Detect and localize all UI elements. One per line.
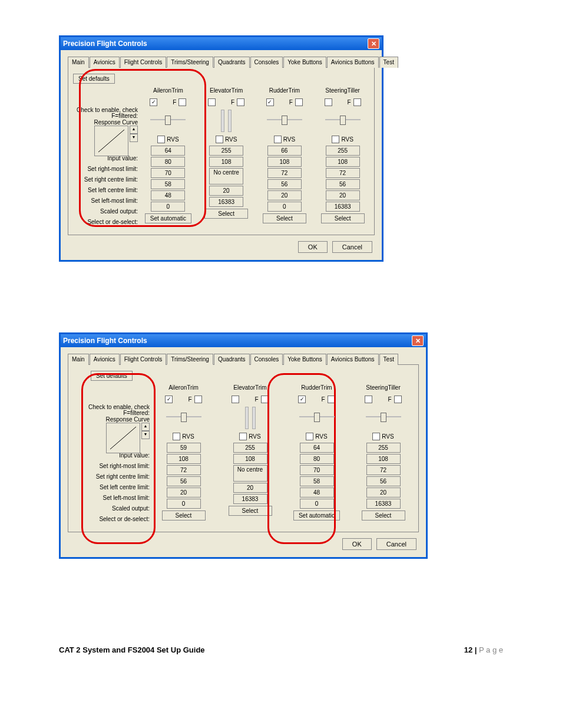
- slider[interactable]: [147, 110, 189, 131]
- rvs-checkbox[interactable]: [306, 433, 313, 440]
- enable-checkbox[interactable]: ✓: [165, 396, 173, 403]
- right-most-limit[interactable]: 108: [267, 157, 302, 167]
- tab-test[interactable]: Test: [379, 57, 398, 68]
- enable-checkbox[interactable]: [365, 396, 372, 403]
- select-button[interactable]: Set automatic: [293, 510, 340, 521]
- filter-checkbox[interactable]: [394, 396, 402, 403]
- tab-quadrants[interactable]: Quadrants: [214, 354, 250, 365]
- right-centre-limit[interactable]: 70: [151, 168, 185, 178]
- set-defaults-button[interactable]: Set defaults: [91, 371, 133, 381]
- select-button[interactable]: Select: [204, 209, 248, 219]
- left-most-limit[interactable]: 20: [233, 483, 267, 493]
- enable-checkbox[interactable]: [325, 98, 332, 106]
- tab-avionics[interactable]: Avionics: [90, 354, 120, 365]
- left-most-limit[interactable]: 20: [167, 487, 201, 498]
- vertical-slider[interactable]: [216, 110, 237, 131]
- left-centre-limit[interactable]: 56: [326, 179, 360, 189]
- filter-checkbox[interactable]: [178, 98, 186, 106]
- select-button[interactable]: Select: [263, 213, 306, 223]
- tab-yoke-buttons[interactable]: Yoke Buttons: [283, 57, 326, 68]
- left-most-limit[interactable]: 20: [209, 186, 243, 196]
- rvs-checkbox[interactable]: [173, 433, 180, 440]
- cancel-button[interactable]: Cancel: [376, 538, 416, 550]
- input-value[interactable]: 64: [151, 146, 185, 156]
- tab-flight-controls[interactable]: Flight Controls: [120, 57, 166, 68]
- left-centre-limit[interactable]: 56: [267, 179, 302, 189]
- input-value[interactable]: 255: [209, 146, 243, 156]
- select-button[interactable]: Select: [229, 506, 272, 516]
- left-centre-limit[interactable]: 56: [366, 476, 401, 486]
- no-centre[interactable]: No centre: [233, 465, 267, 482]
- no-centre[interactable]: No centre: [209, 168, 243, 185]
- set-defaults-button[interactable]: Set defaults: [73, 74, 115, 84]
- right-centre-limit[interactable]: 72: [366, 465, 401, 475]
- filter-checkbox[interactable]: [295, 98, 303, 106]
- select-button[interactable]: Set automatic: [145, 213, 191, 223]
- tab-avionics-buttons[interactable]: Avionics Buttons: [327, 57, 379, 68]
- left-most-limit[interactable]: 20: [267, 190, 302, 200]
- filter-checkbox[interactable]: [194, 396, 202, 403]
- rvs-checkbox[interactable]: [372, 433, 380, 440]
- rvs-checkbox[interactable]: [157, 136, 165, 143]
- tab-test[interactable]: Test: [379, 354, 398, 365]
- select-button[interactable]: Select: [321, 213, 365, 223]
- left-centre-limit[interactable]: 56: [167, 476, 201, 486]
- slider[interactable]: [163, 407, 204, 428]
- tab-avionics-buttons[interactable]: Avionics Buttons: [327, 354, 379, 365]
- filter-checkbox[interactable]: [237, 98, 244, 106]
- enable-checkbox[interactable]: [232, 396, 239, 403]
- rvs-checkbox[interactable]: [216, 136, 223, 143]
- right-most-limit[interactable]: 108: [209, 157, 243, 167]
- filter-checkbox[interactable]: [261, 396, 269, 403]
- tab-main[interactable]: Main: [68, 57, 89, 68]
- close-icon[interactable]: ✕: [412, 335, 424, 346]
- tab-avionics[interactable]: Avionics: [90, 57, 120, 68]
- left-most-limit[interactable]: 48: [300, 487, 334, 498]
- slider[interactable]: [264, 110, 305, 131]
- input-value[interactable]: 255: [233, 443, 267, 453]
- enable-checkbox[interactable]: ✓: [266, 98, 274, 106]
- ok-button[interactable]: OK: [298, 241, 328, 253]
- rvs-checkbox[interactable]: [274, 136, 282, 143]
- right-most-limit[interactable]: 80: [300, 454, 334, 464]
- input-value[interactable]: 255: [326, 146, 360, 156]
- select-button[interactable]: Select: [162, 510, 206, 521]
- input-value[interactable]: 66: [267, 146, 302, 156]
- left-most-limit[interactable]: 20: [366, 487, 401, 498]
- curve-spinner[interactable]: ▲▼: [141, 423, 150, 439]
- left-centre-limit[interactable]: 58: [300, 476, 334, 486]
- enable-checkbox[interactable]: ✓: [150, 98, 157, 106]
- rvs-checkbox[interactable]: [239, 433, 247, 440]
- left-most-limit[interactable]: 48: [151, 190, 185, 200]
- tab-yoke-buttons[interactable]: Yoke Buttons: [283, 354, 326, 365]
- right-most-limit[interactable]: 108: [366, 454, 401, 464]
- right-centre-limit[interactable]: 72: [167, 465, 201, 475]
- right-most-limit[interactable]: 108: [326, 157, 360, 167]
- enable-checkbox[interactable]: ✓: [298, 396, 306, 403]
- cancel-button[interactable]: Cancel: [332, 241, 372, 253]
- close-icon[interactable]: ✕: [368, 38, 379, 49]
- curve-spinner[interactable]: ▲▼: [130, 126, 138, 142]
- input-value[interactable]: 255: [366, 443, 401, 453]
- input-value[interactable]: 64: [300, 443, 334, 453]
- tab-trims-steering[interactable]: Trims/Steering: [167, 57, 213, 68]
- vertical-slider[interactable]: [240, 407, 261, 428]
- tab-trims-steering[interactable]: Trims/Steering: [167, 354, 213, 365]
- right-centre-limit[interactable]: 72: [326, 168, 360, 178]
- slider[interactable]: [296, 407, 338, 428]
- rvs-checkbox[interactable]: [332, 136, 339, 143]
- left-centre-limit[interactable]: 58: [151, 179, 185, 189]
- select-button[interactable]: Select: [362, 510, 405, 521]
- tab-consoles[interactable]: Consoles: [250, 57, 283, 68]
- tab-consoles[interactable]: Consoles: [250, 354, 283, 365]
- enable-checkbox[interactable]: [208, 98, 216, 106]
- tab-quadrants[interactable]: Quadrants: [214, 57, 250, 68]
- slider[interactable]: [322, 110, 363, 131]
- filter-checkbox[interactable]: [353, 98, 361, 106]
- ok-button[interactable]: OK: [342, 538, 372, 550]
- right-most-limit[interactable]: 80: [151, 157, 185, 167]
- right-most-limit[interactable]: 108: [233, 454, 267, 464]
- input-value[interactable]: 59: [167, 443, 201, 453]
- right-most-limit[interactable]: 108: [167, 454, 201, 464]
- right-centre-limit[interactable]: 72: [267, 168, 302, 178]
